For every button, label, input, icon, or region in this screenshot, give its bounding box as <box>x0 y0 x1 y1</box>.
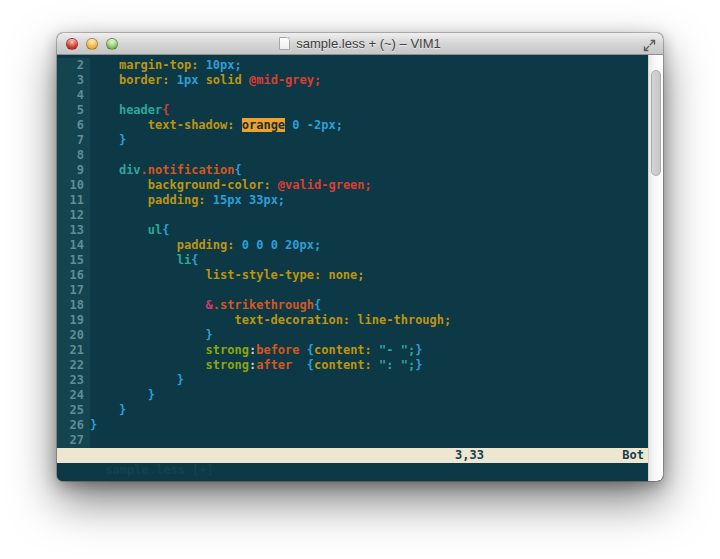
code-line: 17 <box>57 283 648 298</box>
code-line: 25 } <box>57 403 648 418</box>
title-area: sample.less + (~) – VIM1 <box>279 36 441 51</box>
code-line: 2 margin-top: 10px; <box>57 58 648 73</box>
code-line: 6 text-shadow: orange 0 -2px; <box>57 118 648 133</box>
window-controls <box>66 38 118 50</box>
code-text: } <box>90 373 184 388</box>
line-number: 18 <box>57 298 90 313</box>
code-line: 11 padding: 15px 33px; <box>57 193 648 208</box>
zoom-button[interactable] <box>106 38 118 50</box>
code-text: text-decoration: line-through; <box>90 313 451 328</box>
line-number: 24 <box>57 388 90 403</box>
code-line: 10 background-color: @valid-green; <box>57 178 648 193</box>
code-text: } <box>90 133 126 148</box>
code-text: li{ <box>90 253 198 268</box>
code-line: 26} <box>57 418 648 433</box>
code-line: 5 header{ <box>57 103 648 118</box>
code-lines[interactable]: 2 margin-top: 10px;3 border: 1px solid @… <box>57 55 648 448</box>
code-line: 20 } <box>57 328 648 343</box>
line-number: 9 <box>57 163 90 178</box>
code-line: 19 text-decoration: line-through; <box>57 313 648 328</box>
code-line: 9 div.notification{ <box>57 163 648 178</box>
line-number: 25 <box>57 403 90 418</box>
code-text: margin-top: 10px; <box>90 58 242 73</box>
code-text: strong:before {content: "- ";} <box>90 343 422 358</box>
code-line: 24 } <box>57 388 648 403</box>
code-text: list-style-type: none; <box>90 268 365 283</box>
vim-statusline: sample.less [+] 3,33 Bot <box>57 448 648 463</box>
line-number: 20 <box>57 328 90 343</box>
line-number: 21 <box>57 343 90 358</box>
line-number: 26 <box>57 418 90 433</box>
line-number: 8 <box>57 148 90 163</box>
statusline-scroll-indicator: Bot <box>622 448 644 463</box>
line-number: 16 <box>57 268 90 283</box>
vim-command-line: -- INSERT -- <box>57 463 648 481</box>
code-text: text-shadow: orange 0 -2px; <box>90 118 343 133</box>
scrollbar-track[interactable] <box>648 55 663 481</box>
window-title: sample.less + (~) – VIM1 <box>296 36 441 51</box>
title-bar[interactable]: sample.less + (~) – VIM1 <box>57 33 663 55</box>
code-line: 23 } <box>57 373 648 388</box>
code-text: ul{ <box>90 223 169 238</box>
line-number: 12 <box>57 208 90 223</box>
document-icon <box>279 37 290 50</box>
code-line: 22 strong:after {content: ": ";} <box>57 358 648 373</box>
code-text: div.notification{ <box>90 163 242 178</box>
line-number: 7 <box>57 133 90 148</box>
scrollbar-thumb[interactable] <box>651 70 661 176</box>
code-line: 21 strong:before {content: "- ";} <box>57 343 648 358</box>
line-number: 17 <box>57 283 90 298</box>
line-number: 14 <box>57 238 90 253</box>
line-number: 23 <box>57 373 90 388</box>
code-line: 14 padding: 0 0 0 20px; <box>57 238 648 253</box>
statusline-cursor-position: 3,33 <box>455 448 484 463</box>
code-line: 15 li{ <box>57 253 648 268</box>
line-number: 19 <box>57 313 90 328</box>
line-number: 11 <box>57 193 90 208</box>
code-line: 4 <box>57 88 648 103</box>
code-text: &.strikethrough{ <box>90 298 321 313</box>
code-text: header{ <box>90 103 170 118</box>
line-number: 3 <box>57 73 90 88</box>
code-text: } <box>90 388 155 403</box>
code-line: 7 } <box>57 133 648 148</box>
code-line: 16 list-style-type: none; <box>57 268 648 283</box>
line-number: 6 <box>57 118 90 133</box>
line-number: 10 <box>57 178 90 193</box>
line-number: 5 <box>57 103 90 118</box>
minimize-button[interactable] <box>86 38 98 50</box>
macvim-window: sample.less + (~) – VIM1 2 margin-top: 1… <box>57 33 663 481</box>
line-number: 27 <box>57 433 90 448</box>
code-text: } <box>90 328 213 343</box>
code-text: padding: 0 0 0 20px; <box>90 238 321 253</box>
code-text: background-color: @valid-green; <box>90 178 372 193</box>
code-text: } <box>90 403 126 418</box>
code-line: 13 ul{ <box>57 223 648 238</box>
close-button[interactable] <box>66 38 78 50</box>
fullscreen-icon[interactable] <box>643 38 656 51</box>
code-line: 27 <box>57 433 648 448</box>
line-number: 15 <box>57 253 90 268</box>
code-text: } <box>90 418 97 433</box>
code-line: 3 border: 1px solid @mid-grey; <box>57 73 648 88</box>
code-line: 12 <box>57 208 648 223</box>
line-number: 22 <box>57 358 90 373</box>
line-number: 4 <box>57 88 90 103</box>
code-text: border: 1px solid @mid-grey; <box>90 73 321 88</box>
code-text: padding: 15px 33px; <box>90 193 285 208</box>
line-number: 13 <box>57 223 90 238</box>
code-line: 8 <box>57 148 648 163</box>
vim-editor[interactable]: 2 margin-top: 10px;3 border: 1px solid @… <box>57 55 663 481</box>
code-line: 18 &.strikethrough{ <box>57 298 648 313</box>
code-text: strong:after {content: ": ";} <box>90 358 422 373</box>
line-number: 2 <box>57 58 90 73</box>
insert-mode-indicator: -- INSERT -- <box>105 480 192 481</box>
